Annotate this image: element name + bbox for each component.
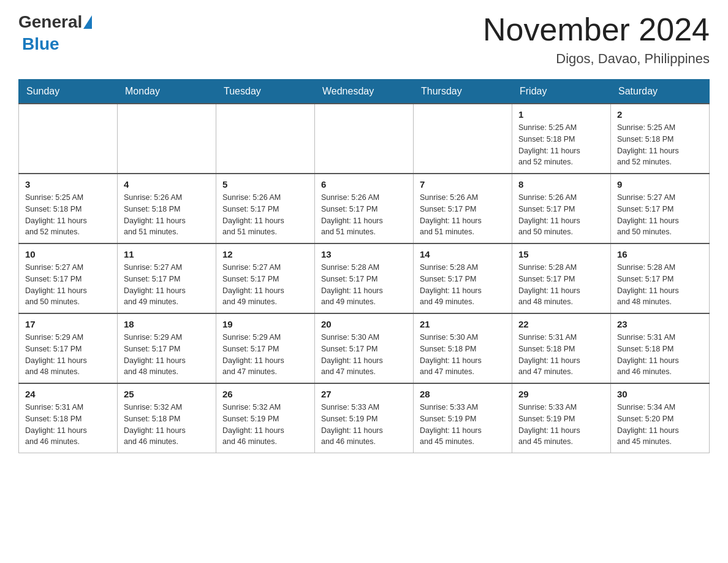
day-number: 30 [617,389,703,399]
day-info: Sunrise: 5:27 AM Sunset: 5:17 PM Dayligh… [25,262,111,308]
calendar-cell: 13Sunrise: 5:28 AM Sunset: 5:17 PM Dayli… [315,243,414,313]
calendar-cell: 26Sunrise: 5:32 AM Sunset: 5:19 PM Dayli… [216,383,315,453]
day-number: 28 [420,389,506,399]
calendar-cell: 16Sunrise: 5:28 AM Sunset: 5:17 PM Dayli… [611,243,710,313]
calendar-cell: 30Sunrise: 5:34 AM Sunset: 5:20 PM Dayli… [611,383,710,453]
calendar-cell: 17Sunrise: 5:29 AM Sunset: 5:17 PM Dayli… [19,313,118,383]
day-info: Sunrise: 5:25 AM Sunset: 5:18 PM Dayligh… [25,192,111,238]
day-info: Sunrise: 5:27 AM Sunset: 5:17 PM Dayligh… [222,262,308,308]
day-info: Sunrise: 5:29 AM Sunset: 5:17 PM Dayligh… [25,332,111,378]
calendar-cell: 22Sunrise: 5:31 AM Sunset: 5:18 PM Dayli… [512,313,611,383]
day-number: 17 [25,319,111,329]
day-headers-row: SundayMondayTuesdayWednesdayThursdayFrid… [19,80,710,104]
calendar-cell: 24Sunrise: 5:31 AM Sunset: 5:18 PM Dayli… [19,383,118,453]
day-header-monday: Monday [118,80,216,104]
day-number: 27 [321,389,407,399]
day-number: 9 [617,179,703,190]
calendar-cell: 3Sunrise: 5:25 AM Sunset: 5:18 PM Daylig… [19,174,118,243]
calendar-cell: 1Sunrise: 5:25 AM Sunset: 5:18 PM Daylig… [512,104,611,174]
calendar-cell: 4Sunrise: 5:26 AM Sunset: 5:18 PM Daylig… [118,174,216,243]
day-number: 8 [518,179,604,190]
calendar-cell: 2Sunrise: 5:25 AM Sunset: 5:18 PM Daylig… [611,104,710,174]
calendar-cell: 21Sunrise: 5:30 AM Sunset: 5:18 PM Dayli… [414,313,512,383]
day-number: 22 [518,319,604,329]
calendar-cell: 28Sunrise: 5:33 AM Sunset: 5:19 PM Dayli… [414,383,512,453]
day-number: 6 [321,179,407,190]
day-number: 25 [124,389,210,399]
day-info: Sunrise: 5:27 AM Sunset: 5:17 PM Dayligh… [124,262,210,308]
day-number: 20 [321,319,407,329]
day-info: Sunrise: 5:25 AM Sunset: 5:18 PM Dayligh… [617,122,703,168]
week-row-1: 1Sunrise: 5:25 AM Sunset: 5:18 PM Daylig… [19,104,710,174]
day-info: Sunrise: 5:32 AM Sunset: 5:18 PM Dayligh… [124,402,210,448]
day-info: Sunrise: 5:26 AM Sunset: 5:17 PM Dayligh… [420,192,506,238]
month-title: November 2024 [483,12,710,47]
calendar-cell: 8Sunrise: 5:26 AM Sunset: 5:17 PM Daylig… [512,174,611,243]
day-info: Sunrise: 5:33 AM Sunset: 5:19 PM Dayligh… [321,402,407,448]
day-number: 7 [420,179,506,190]
day-info: Sunrise: 5:29 AM Sunset: 5:17 PM Dayligh… [124,332,210,378]
logo: General Blue [18,12,93,54]
calendar-cell [216,104,315,174]
calendar-cell: 9Sunrise: 5:27 AM Sunset: 5:17 PM Daylig… [611,174,710,243]
day-info: Sunrise: 5:34 AM Sunset: 5:20 PM Dayligh… [617,402,703,448]
day-number: 12 [222,249,308,259]
week-row-5: 24Sunrise: 5:31 AM Sunset: 5:18 PM Dayli… [19,383,710,453]
day-number: 23 [617,319,703,329]
day-number: 13 [321,249,407,259]
calendar-cell: 19Sunrise: 5:29 AM Sunset: 5:17 PM Dayli… [216,313,315,383]
day-info: Sunrise: 5:26 AM Sunset: 5:17 PM Dayligh… [321,192,407,238]
day-info: Sunrise: 5:26 AM Sunset: 5:17 PM Dayligh… [518,192,604,238]
calendar-cell [414,104,512,174]
calendar-cell: 5Sunrise: 5:26 AM Sunset: 5:17 PM Daylig… [216,174,315,243]
calendar-cell: 7Sunrise: 5:26 AM Sunset: 5:17 PM Daylig… [414,174,512,243]
day-info: Sunrise: 5:29 AM Sunset: 5:17 PM Dayligh… [222,332,308,378]
day-info: Sunrise: 5:28 AM Sunset: 5:17 PM Dayligh… [518,262,604,308]
day-info: Sunrise: 5:27 AM Sunset: 5:17 PM Dayligh… [617,192,703,238]
day-info: Sunrise: 5:28 AM Sunset: 5:17 PM Dayligh… [420,262,506,308]
calendar-table: SundayMondayTuesdayWednesdayThursdayFrid… [18,79,710,453]
calendar-cell: 10Sunrise: 5:27 AM Sunset: 5:17 PM Dayli… [19,243,118,313]
day-number: 24 [25,389,111,399]
logo-blue-text: Blue [22,34,59,54]
calendar-cell: 23Sunrise: 5:31 AM Sunset: 5:18 PM Dayli… [611,313,710,383]
day-header-friday: Friday [512,80,611,104]
calendar-cell [19,104,118,174]
day-number: 15 [518,249,604,259]
day-info: Sunrise: 5:30 AM Sunset: 5:17 PM Dayligh… [321,332,407,378]
calendar-cell: 15Sunrise: 5:28 AM Sunset: 5:17 PM Dayli… [512,243,611,313]
calendar-cell [118,104,216,174]
day-header-saturday: Saturday [611,80,710,104]
calendar-cell: 12Sunrise: 5:27 AM Sunset: 5:17 PM Dayli… [216,243,315,313]
day-info: Sunrise: 5:25 AM Sunset: 5:18 PM Dayligh… [518,122,604,168]
day-number: 3 [25,179,111,190]
calendar-cell: 27Sunrise: 5:33 AM Sunset: 5:19 PM Dayli… [315,383,414,453]
day-info: Sunrise: 5:26 AM Sunset: 5:17 PM Dayligh… [222,192,308,238]
day-number: 29 [518,389,604,399]
logo-general-text: General [18,12,82,32]
calendar-cell: 29Sunrise: 5:33 AM Sunset: 5:19 PM Dayli… [512,383,611,453]
day-info: Sunrise: 5:33 AM Sunset: 5:19 PM Dayligh… [420,402,506,448]
day-info: Sunrise: 5:32 AM Sunset: 5:19 PM Dayligh… [222,402,308,448]
day-header-wednesday: Wednesday [315,80,414,104]
day-number: 10 [25,249,111,259]
page-header: General Blue November 2024 Digos, Davao,… [18,12,710,67]
day-number: 26 [222,389,308,399]
title-area: November 2024 Digos, Davao, Philippines [483,12,710,67]
day-number: 5 [222,179,308,190]
day-number: 18 [124,319,210,329]
day-number: 21 [420,319,506,329]
day-info: Sunrise: 5:33 AM Sunset: 5:19 PM Dayligh… [518,402,604,448]
day-number: 2 [617,109,703,120]
week-row-4: 17Sunrise: 5:29 AM Sunset: 5:17 PM Dayli… [19,313,710,383]
week-row-2: 3Sunrise: 5:25 AM Sunset: 5:18 PM Daylig… [19,174,710,243]
location-title: Digos, Davao, Philippines [483,51,710,67]
calendar-cell: 20Sunrise: 5:30 AM Sunset: 5:17 PM Dayli… [315,313,414,383]
calendar-cell: 6Sunrise: 5:26 AM Sunset: 5:17 PM Daylig… [315,174,414,243]
logo-triangle-icon [83,15,92,29]
day-number: 4 [124,179,210,190]
day-info: Sunrise: 5:31 AM Sunset: 5:18 PM Dayligh… [518,332,604,378]
day-number: 16 [617,249,703,259]
day-info: Sunrise: 5:26 AM Sunset: 5:18 PM Dayligh… [124,192,210,238]
calendar-cell: 14Sunrise: 5:28 AM Sunset: 5:17 PM Dayli… [414,243,512,313]
